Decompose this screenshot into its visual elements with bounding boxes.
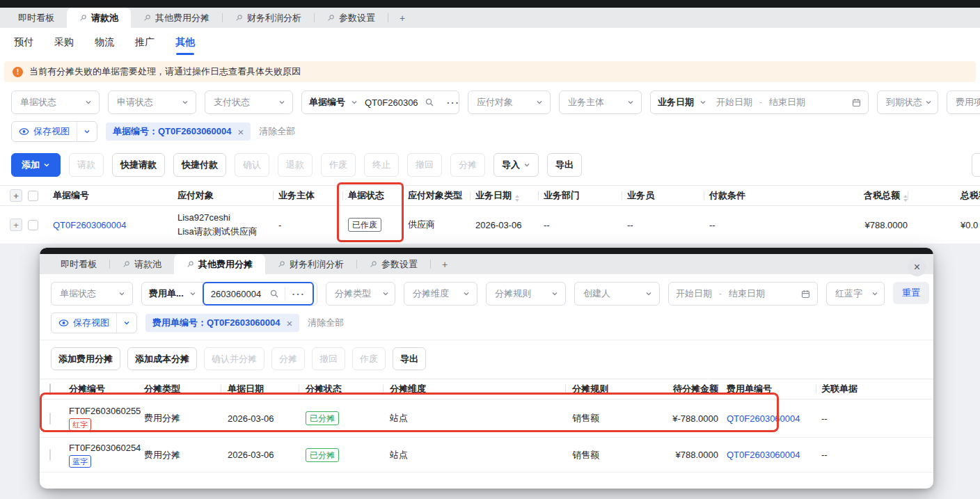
row-checkbox[interactable]: [49, 413, 51, 425]
add-button[interactable]: 添加: [11, 153, 61, 177]
chevron-down-icon: [43, 161, 50, 168]
pay-status-select[interactable]: 支付状态: [205, 90, 293, 114]
alloc-doc-status-select[interactable]: 单据状态: [51, 282, 133, 306]
alloc-button[interactable]: 分摊: [271, 347, 305, 370]
tab-finance-profit[interactable]: 财务利润分析: [223, 8, 314, 28]
subtab-logistics[interactable]: 物流: [95, 28, 114, 56]
row-checkbox[interactable]: [49, 449, 51, 461]
modal-tab-finance-profit[interactable]: 财务利润分析: [265, 254, 356, 274]
modal-clear-all-button[interactable]: 清除全部: [308, 317, 344, 329]
add-tab-button[interactable]: +: [388, 8, 416, 28]
fee-item-select[interactable]: 费用项: [947, 90, 980, 114]
modal-export-button[interactable]: 导出: [393, 347, 426, 370]
reset-button[interactable]: 重置: [893, 282, 929, 304]
close-icon[interactable]: ×: [908, 258, 926, 276]
modal-table-row[interactable]: FT0F2603060255 红字 费用分摊 2026-03-06 已分摊 站点…: [40, 399, 933, 438]
calendar-icon[interactable]: [852, 98, 861, 107]
modal-tab-other-fee-alloc[interactable]: 其他费用分摊: [174, 254, 265, 274]
alloc-type-select[interactable]: 分摊类型: [326, 282, 395, 306]
end-date-input[interactable]: 结束日期: [722, 283, 772, 305]
sort-icon[interactable]: [515, 195, 519, 202]
more-filters-button[interactable]: ···: [440, 97, 467, 108]
subtab-other[interactable]: 其他: [175, 28, 195, 56]
alloc-dim-select[interactable]: 分摊维度: [404, 282, 477, 306]
tab-request-pool[interactable]: 请款池: [67, 8, 131, 28]
select-all-checkbox[interactable]: [49, 383, 51, 395]
fee-no-field-select[interactable]: 费用单...: [142, 283, 203, 305]
subtab-purchase[interactable]: 采购: [54, 28, 74, 56]
quick-request-button[interactable]: 快捷请款: [112, 153, 165, 177]
subtab-promotion[interactable]: 推广: [135, 28, 155, 56]
modal-save-view-button[interactable]: 保存视图: [51, 312, 137, 333]
modal-withdraw-button[interactable]: 撤回: [312, 347, 345, 370]
select-all-checkbox[interactable]: [28, 191, 38, 201]
calendar-icon[interactable]: [801, 290, 810, 299]
button-label: 快捷请款: [120, 159, 157, 171]
button-label: 导出: [400, 353, 418, 365]
save-view-dropdown[interactable]: [77, 122, 97, 141]
confirm-and-alloc-button[interactable]: 确认并分摊: [204, 347, 264, 370]
apply-status-select[interactable]: 申请状态: [108, 90, 196, 114]
request-button[interactable]: 请款: [69, 153, 104, 177]
add-fee-alloc-button[interactable]: 添加费用分摊: [51, 347, 120, 370]
doc-no-field-select[interactable]: 单据编号: [302, 91, 365, 113]
doc-no-link[interactable]: QT0F2603060004: [53, 220, 127, 230]
sub-nav: 预付 采购 物流 推广 其他: [0, 28, 980, 56]
red-blue-select[interactable]: 红蓝字: [826, 282, 885, 306]
payee-select[interactable]: 应付对象: [468, 90, 551, 114]
subtab-prepay[interactable]: 预付: [14, 28, 33, 56]
save-view-dropdown[interactable]: [116, 313, 136, 333]
toolbar-overflow-button[interactable]: [972, 153, 980, 177]
terminate-button[interactable]: 终止: [364, 153, 399, 177]
due-status-select[interactable]: 到期状态: [877, 90, 938, 114]
tab-label: 请款池: [91, 12, 118, 24]
doc-no-input[interactable]: [365, 97, 425, 108]
clear-all-button[interactable]: 清除全部: [259, 125, 295, 138]
modal-add-tab-button[interactable]: +: [431, 254, 459, 274]
table-row[interactable]: + QT0F2603060004 Lisa927ceshi Lisa请款测试供应…: [0, 206, 980, 244]
search-icon[interactable]: [425, 97, 434, 107]
row-checkbox[interactable]: [28, 220, 38, 230]
col-biz-date[interactable]: 业务日期: [470, 189, 538, 202]
modal-void-button[interactable]: 作废: [352, 347, 386, 370]
void-button[interactable]: 作废: [321, 153, 356, 177]
search-icon[interactable]: [269, 289, 279, 299]
tab-dashboard[interactable]: 即时看板: [6, 8, 67, 28]
date-field-select[interactable]: 业务日期: [651, 91, 713, 113]
expand-row-button[interactable]: +: [10, 219, 22, 231]
col-label: 业务日期: [475, 190, 512, 200]
col-doc-date: 单据日期: [221, 383, 299, 395]
creator-select[interactable]: 创建人: [574, 282, 660, 306]
alloc-rule-select[interactable]: 分摊规则: [486, 282, 566, 306]
biz-entity-select[interactable]: 业务主体: [559, 90, 642, 114]
chip-close-icon[interactable]: ×: [287, 318, 293, 328]
save-view-button[interactable]: 保存视图: [11, 121, 97, 142]
allocate-button[interactable]: 分摊: [450, 153, 485, 177]
doc-status-select[interactable]: 单据状态: [11, 90, 100, 114]
expand-all-button[interactable]: +: [10, 189, 22, 202]
modal-table-row[interactable]: FT0F2603060254 蓝字 费用分摊 2026-03-06 已分摊 站点…: [40, 438, 933, 473]
modal-tab-param-settings[interactable]: 参数设置: [357, 254, 430, 274]
tab-param-settings[interactable]: 参数设置: [315, 8, 388, 28]
start-date-input[interactable]: 开始日期: [713, 91, 759, 113]
modal-tab-dashboard[interactable]: 即时看板: [48, 254, 109, 274]
add-cost-alloc-button[interactable]: 添加成本分摊: [127, 347, 197, 370]
end-date-input[interactable]: 结束日期: [762, 91, 812, 113]
tab-other-fee-alloc[interactable]: 其他费用分摊: [131, 8, 222, 28]
refund-button[interactable]: 退款: [278, 153, 313, 177]
chevron-down-icon: [189, 290, 196, 297]
fee-doc-no-link[interactable]: QT0F2603060004: [727, 413, 800, 424]
more-filters-button[interactable]: ···: [285, 289, 313, 299]
col-total-with-tax[interactable]: 含税总额: [807, 189, 908, 202]
fee-no-input[interactable]: [211, 289, 269, 299]
start-date-input[interactable]: 开始日期: [669, 283, 719, 305]
modal-tab-request-pool[interactable]: 请款池: [110, 254, 174, 274]
quick-pay-button[interactable]: 快捷付款: [173, 153, 226, 177]
confirm-button[interactable]: 确认: [235, 153, 269, 177]
fee-doc-no-link[interactable]: QT0F2603060004: [727, 450, 800, 460]
import-button[interactable]: 导入: [493, 153, 539, 177]
chevron-down-icon: [182, 99, 189, 106]
chip-close-icon[interactable]: ×: [238, 127, 244, 137]
export-button[interactable]: 导出: [547, 153, 582, 177]
withdraw-button[interactable]: 撤回: [407, 153, 442, 177]
